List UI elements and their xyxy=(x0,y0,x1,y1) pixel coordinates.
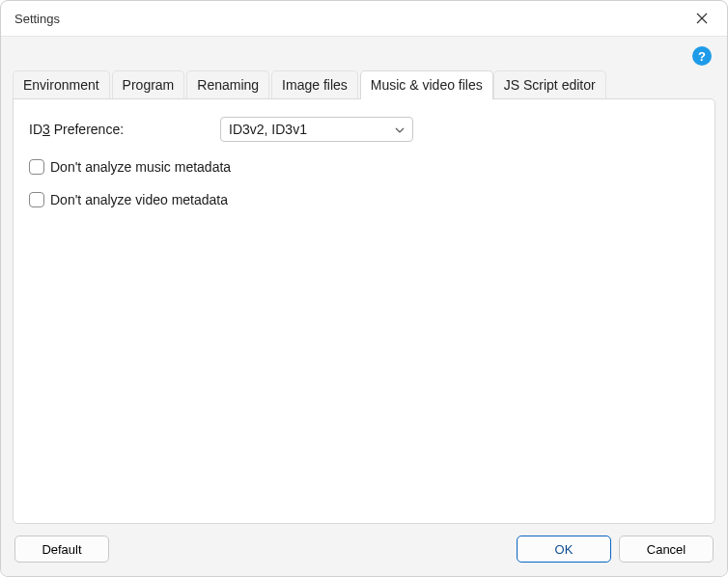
dont-analyze-music-checkbox[interactable] xyxy=(29,159,44,175)
tab-environment[interactable]: Environment xyxy=(13,70,110,99)
tab-js-script-editor[interactable]: JS Script editor xyxy=(493,70,606,99)
id3-preference-select[interactable]: ID3v2, ID3v1 xyxy=(220,117,413,142)
tab-image-files[interactable]: Image files xyxy=(271,70,358,99)
id3-preference-label: ID3 Preference: xyxy=(29,122,220,137)
tab-label: Music & video files xyxy=(371,77,483,93)
close-button[interactable] xyxy=(686,5,717,32)
dont-analyze-video-row: Don't analyze video metadata xyxy=(29,192,699,207)
default-button[interactable]: Default xyxy=(14,536,109,563)
help-row: ? xyxy=(1,37,727,68)
help-icon: ? xyxy=(698,49,706,64)
dont-analyze-music-row: Don't analyze music metadata xyxy=(29,159,699,175)
tab-label: Environment xyxy=(23,77,99,93)
dont-analyze-music-label: Don't analyze music metadata xyxy=(50,159,231,175)
tab-renaming[interactable]: Renaming xyxy=(186,70,269,99)
help-button[interactable]: ? xyxy=(692,46,712,66)
tab-label: Program xyxy=(123,77,175,93)
tab-panel-music-video: ID3 Preference: ID3v2, ID3v1 Don't analy… xyxy=(13,98,715,524)
tab-music-video-files[interactable]: Music & video files xyxy=(360,70,493,99)
id3-preference-value: ID3v2, ID3v1 xyxy=(229,122,307,137)
button-label: Cancel xyxy=(647,542,686,557)
tab-label: Renaming xyxy=(197,77,259,93)
window-title: Settings xyxy=(14,12,686,26)
titlebar: Settings xyxy=(1,1,727,36)
cancel-button[interactable]: Cancel xyxy=(619,536,714,563)
id3-preference-row: ID3 Preference: ID3v2, ID3v1 xyxy=(29,117,699,142)
settings-window: Settings ? Environment Program Renaming … xyxy=(0,0,728,577)
button-label: Default xyxy=(42,542,81,557)
tab-label: Image files xyxy=(282,77,348,93)
button-label: OK xyxy=(555,542,574,557)
chevron-down-icon xyxy=(395,124,405,135)
close-icon xyxy=(696,11,708,27)
tab-program[interactable]: Program xyxy=(112,70,185,99)
ok-button[interactable]: OK xyxy=(517,536,611,563)
dont-analyze-video-checkbox[interactable] xyxy=(29,192,44,207)
tabbar: Environment Program Renaming Image files… xyxy=(1,69,727,98)
footer: Default OK Cancel xyxy=(1,524,727,576)
body-area: ? Environment Program Renaming Image fil… xyxy=(1,36,727,576)
dont-analyze-video-label: Don't analyze video metadata xyxy=(50,192,228,207)
tab-label: JS Script editor xyxy=(504,77,596,93)
